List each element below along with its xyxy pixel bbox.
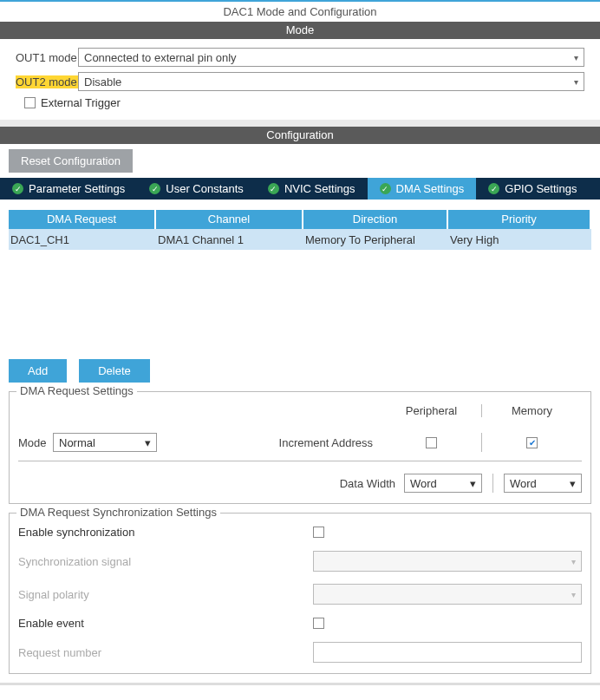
bottom-rule	[0, 683, 600, 685]
tab-label: Parameter Settings	[29, 182, 125, 195]
tab-label: GPIO Settings	[505, 182, 577, 195]
mode-inc-row: Mode Normal ▾ Increment Address	[18, 433, 582, 452]
out2-value: Disable	[84, 75, 121, 88]
add-button[interactable]: Add	[9, 359, 67, 383]
divider	[18, 461, 582, 461]
chevron-down-icon: ▾	[574, 77, 578, 87]
cell-channel: DMA1 Channel 1	[156, 233, 303, 246]
cell-direction: Memory To Peripheral	[303, 233, 448, 246]
dma-sync-settings-fieldset: DMA Request Synchronization Settings Ena…	[9, 513, 591, 674]
out1-mode-dropdown[interactable]: Connected to external pin only ▾	[78, 48, 584, 67]
delete-button[interactable]: Delete	[79, 359, 150, 383]
col-peripheral-label: Peripheral	[382, 404, 481, 417]
tab-nvic-settings[interactable]: ✓ NVIC Settings	[256, 178, 368, 200]
reset-row: Reset Configuration	[0, 144, 600, 178]
sync-signal-row: Synchronization signal ▾	[18, 551, 582, 572]
out2-label: OUT2 mode	[16, 75, 78, 88]
chevron-down-icon: ▾	[470, 477, 476, 490]
tab-user-constants[interactable]: ✓ User Constants	[137, 178, 256, 200]
check-icon: ✓	[268, 183, 279, 194]
mode-dropdown[interactable]: Normal ▾	[53, 433, 157, 452]
dma-grid: DMA Request Channel Direction Priority D…	[0, 200, 600, 359]
tab-spacer	[589, 178, 600, 200]
data-width-peripheral-dropdown[interactable]: Word ▾	[404, 474, 482, 493]
dma-request-settings-fieldset: DMA Request Settings Peripheral Memory M…	[9, 391, 591, 504]
sync-signal-label: Synchronization signal	[18, 555, 313, 568]
grid-button-row: Add Delete	[0, 359, 600, 383]
mode-area: OUT1 mode Connected to external pin only…	[0, 39, 600, 120]
col-direction[interactable]: Direction	[303, 210, 447, 229]
grid-header: DMA Request Channel Direction Priority	[9, 210, 591, 229]
out1-value: Connected to external pin only	[84, 51, 237, 64]
col-priority[interactable]: Priority	[448, 210, 590, 229]
tab-gpio-settings[interactable]: ✓ GPIO Settings	[476, 178, 589, 200]
increment-address-label: Increment Address	[157, 436, 382, 449]
out2-mode-dropdown[interactable]: Disable ▾	[78, 72, 584, 91]
data-width-memory-dropdown[interactable]: Word ▾	[504, 474, 582, 493]
check-icon: ✓	[12, 183, 23, 194]
signal-polarity-label: Signal polarity	[18, 588, 313, 601]
chevron-down-icon: ▾	[571, 590, 576, 599]
external-trigger-row: External Trigger	[16, 96, 584, 109]
mode-label: Mode	[18, 436, 53, 449]
config-section-header: Configuration	[0, 127, 600, 144]
tab-label: User Constants	[166, 182, 244, 195]
request-number-row: Request number	[18, 642, 582, 663]
increment-peripheral-checkbox[interactable]	[426, 437, 437, 448]
req-settings-legend: DMA Request Settings	[16, 384, 137, 397]
page-title: DAC1 Mode and Configuration	[0, 2, 600, 22]
request-number-input[interactable]	[313, 642, 582, 663]
enable-sync-label: Enable synchronization	[18, 526, 313, 539]
col-dma-request[interactable]: DMA Request	[9, 210, 154, 229]
enable-sync-row: Enable synchronization	[18, 526, 582, 539]
data-width-label: Data Width	[18, 477, 404, 490]
inc-mem-cell	[482, 437, 582, 448]
signal-polarity-dropdown: ▾	[313, 584, 582, 605]
enable-event-checkbox[interactable]	[313, 618, 324, 629]
table-row[interactable]: DAC1_CH1 DMA1 Channel 1 Memory To Periph…	[9, 229, 591, 250]
req-header-row: Peripheral Memory	[18, 404, 582, 417]
mode-value: Normal	[59, 436, 95, 449]
out1-label: OUT1 mode	[16, 51, 78, 64]
enable-event-row: Enable event	[18, 617, 582, 630]
external-trigger-checkbox[interactable]	[24, 97, 36, 108]
grid-body: DAC1_CH1 DMA1 Channel 1 Memory To Periph…	[9, 229, 591, 359]
chevron-down-icon: ▾	[570, 477, 576, 490]
dw-mem-value: Word	[510, 477, 537, 490]
tab-label: DMA Settings	[396, 182, 465, 195]
enable-event-label: Enable event	[18, 617, 313, 630]
tab-bar: ✓ Parameter Settings ✓ User Constants ✓ …	[0, 178, 600, 200]
chevron-down-icon: ▾	[571, 557, 576, 566]
sync-settings-legend: DMA Request Synchronization Settings	[16, 506, 220, 519]
sync-signal-dropdown: ▾	[313, 551, 582, 572]
dw-periph-value: Word	[410, 477, 437, 490]
divider	[492, 474, 493, 493]
out1-row: OUT1 mode Connected to external pin only…	[16, 48, 584, 67]
out2-row: OUT2 mode Disable ▾	[16, 72, 584, 91]
check-icon: ✓	[380, 183, 391, 194]
data-width-row: Data Width Word ▾ Word ▾	[18, 474, 582, 493]
cell-priority: Very High	[448, 233, 587, 246]
check-icon: ✓	[488, 183, 499, 194]
increment-memory-checkbox[interactable]	[526, 437, 538, 448]
chevron-down-icon: ▾	[145, 436, 151, 449]
chevron-down-icon: ▾	[574, 53, 578, 62]
signal-polarity-row: Signal polarity ▾	[18, 584, 582, 605]
check-icon: ✓	[149, 183, 160, 194]
col-channel[interactable]: Channel	[156, 210, 302, 229]
reset-configuration-button[interactable]: Reset Configuration	[9, 149, 133, 173]
tab-parameter-settings[interactable]: ✓ Parameter Settings	[0, 178, 137, 200]
tab-dma-settings[interactable]: ✓ DMA Settings	[368, 178, 477, 200]
cell-request: DAC1_CH1	[9, 233, 156, 246]
enable-sync-checkbox[interactable]	[313, 527, 324, 538]
col-memory-label: Memory	[482, 404, 582, 417]
spacer	[0, 120, 600, 127]
tab-label: NVIC Settings	[284, 182, 355, 195]
external-trigger-label: External Trigger	[41, 96, 121, 109]
request-number-label: Request number	[18, 646, 313, 659]
inc-periph-cell	[382, 437, 481, 448]
mode-section-header: Mode	[0, 22, 600, 39]
